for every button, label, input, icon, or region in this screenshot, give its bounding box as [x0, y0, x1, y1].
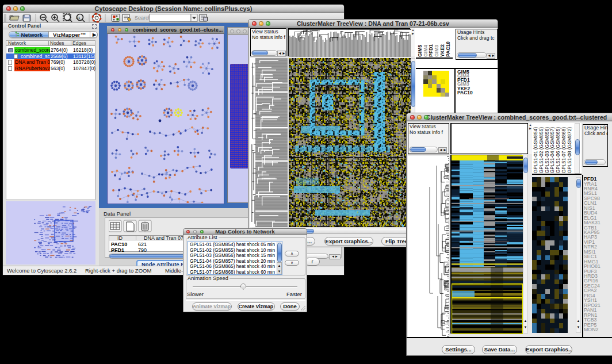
svg-text:1:1: 1:1 — [76, 16, 80, 20]
